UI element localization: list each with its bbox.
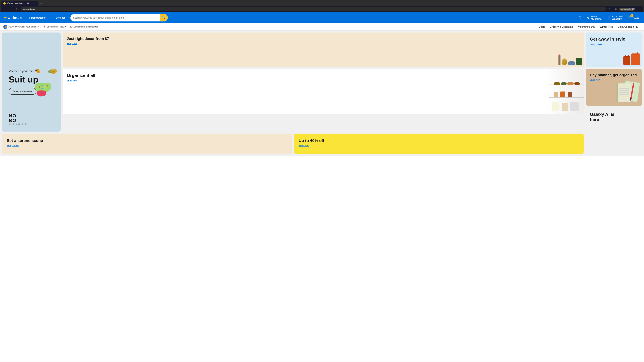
planner-shop-link[interactable]: Shop now: [590, 79, 638, 81]
shop-swimwear-button[interactable]: Shop swimwear: [9, 88, 36, 95]
center-banner-subtitle: Vacay on your mind?: [9, 69, 38, 73]
favorites-button[interactable]: ♡: [577, 15, 583, 20]
browser-tab-bar: Walmart has deals on the most... × +: [1, 1, 643, 6]
delivery-icon: 🚚: [3, 25, 8, 29]
galaxy-card: Galaxy AI is here: [586, 108, 642, 130]
notebook-visual: [614, 80, 640, 104]
right-column: Get away in style Shop travel Hey planne…: [586, 32, 642, 130]
center-banner-title: Suit up: [9, 74, 38, 84]
candle-icon: [558, 55, 560, 65]
bookmark-button[interactable]: ☆: [607, 7, 612, 11]
walmart-logo[interactable]: ✦ walmart: [3, 15, 23, 20]
svg-rect-11: [570, 102, 579, 111]
planner-title: Hey planner, get organized: [590, 73, 638, 77]
svg-rect-10: [562, 103, 568, 111]
winter-prep-link[interactable]: Winter Prep: [598, 23, 615, 30]
nobo-logo: NOBO NO BOUNDARIES: [9, 113, 28, 125]
tab-close-button[interactable]: ×: [34, 2, 36, 5]
main-content: Just right decor from $7 Shop now Organi…: [0, 30, 644, 156]
cart-button[interactable]: 🛒 0 $0.00: [626, 15, 641, 21]
store-name: Sacramento Supercenter: [74, 25, 98, 28]
nobo-sub-text: NO BOUNDARIES: [9, 123, 28, 125]
svg-rect-21: [617, 83, 631, 102]
address-bar[interactable]: [21, 7, 606, 11]
svg-point-4: [567, 82, 574, 85]
travel-shop-link[interactable]: Shop travel: [590, 43, 638, 45]
store-info[interactable]: 🏠 Sacramento Supercenter: [70, 25, 98, 28]
tab-favicon: [3, 2, 6, 4]
cold-flu-link[interactable]: Cold, Cough & Flu: [616, 23, 641, 30]
chevron-down-icon: ▾: [38, 26, 39, 28]
jar-icon: [576, 58, 582, 65]
sale-title: Up to 40% off: [299, 138, 579, 143]
organize-title: Organize it all: [67, 73, 580, 78]
sale-shop-link[interactable]: Shop now: [299, 144, 579, 147]
cart-price: $0.00: [634, 16, 639, 19]
decor-items-visual: [557, 53, 584, 67]
serene-title: Set a serene scene: [7, 138, 287, 143]
split-screen-button[interactable]: ⧉: [613, 7, 618, 11]
planner-card: Hey planner, get organized Shop now: [586, 69, 642, 106]
departments-nav[interactable]: ⊞ Departments: [26, 15, 47, 20]
vase-icon: [562, 58, 567, 65]
location-info[interactable]: 📍 Sacramento, 95829: [43, 25, 68, 28]
spark-icon: ✦: [3, 15, 6, 20]
walmart-header: ✦ walmart ⊞ Departments ⊙ Services 🔍 ♡ ↺…: [0, 12, 644, 23]
delivery-label: How do you want your items?: [8, 25, 37, 28]
forward-button[interactable]: →: [9, 7, 14, 11]
travel-card: Get away in style Shop travel: [586, 32, 642, 67]
tab-title: Walmart has deals on the most...: [7, 2, 32, 4]
cart-badge: 🛒 0: [628, 15, 632, 20]
suitcase-visual: [623, 53, 640, 65]
incognito-badge[interactable]: 🕵 Incognito (3): [619, 8, 635, 10]
svg-rect-1: [548, 97, 584, 98]
decor-title: Just right decor from $7: [67, 36, 580, 41]
search-input[interactable]: [70, 16, 160, 19]
store-icon: 🏠: [70, 25, 72, 28]
grocery-essentials-link[interactable]: Grocery & Essentials: [548, 23, 576, 30]
header-actions: ♡ ↺ Reorder My Items 👤 Hi, Lauren D Acco…: [577, 15, 641, 21]
travel-title: Get away in style: [590, 36, 638, 42]
new-tab-button[interactable]: +: [38, 1, 43, 6]
search-bar: 🔍: [70, 14, 168, 21]
reorder-icon: ↺: [587, 16, 590, 20]
services-icon: ⊙: [52, 16, 54, 19]
services-nav[interactable]: ⊙ Services: [51, 15, 67, 20]
active-tab[interactable]: Walmart has deals on the most... ×: [1, 1, 38, 6]
browser-menu-button[interactable]: ⋮: [636, 7, 641, 11]
browser-chrome: Walmart has deals on the most... × + ← →…: [0, 0, 644, 12]
svg-point-18: [46, 85, 48, 86]
left-column: Just right decor from $7 Shop now Organi…: [63, 32, 584, 130]
logo-text: walmart: [8, 15, 23, 20]
delivery-selector[interactable]: 🚚 How do you want your items? ▾: [3, 23, 41, 30]
bottom-row: Set a serene scene Shop home Up to 40% o…: [2, 134, 584, 154]
svg-point-17: [44, 86, 46, 88]
decor-card: Just right decor from $7 Shop now: [63, 32, 584, 67]
svg-point-12: [49, 70, 50, 71]
organize-shop-link[interactable]: Shop now: [67, 79, 580, 82]
small-suitcase-icon: [623, 56, 630, 65]
svg-rect-22: [616, 83, 618, 102]
decor-shop-link[interactable]: Shop now: [67, 42, 580, 45]
center-swimwear-banner: Vacay on your mind? Suit up Shop swimwea…: [2, 32, 61, 132]
svg-rect-6: [554, 92, 558, 97]
reorder-button[interactable]: ↺ Reorder My Items: [586, 15, 603, 21]
cart-count: 0: [630, 14, 634, 17]
svg-point-5: [574, 82, 580, 85]
back-button[interactable]: ←: [3, 7, 8, 11]
svg-point-2: [554, 82, 560, 85]
large-suitcase-icon: [631, 53, 640, 65]
refresh-button[interactable]: ↻: [15, 7, 20, 11]
search-button[interactable]: 🔍: [160, 14, 168, 21]
browser-toolbar: ← → ↻ ☆ ⧉ 🕵 Incognito (3) ⋮: [1, 6, 643, 12]
galaxy-title: Galaxy AI is: [590, 112, 638, 117]
deals-link[interactable]: Deals: [536, 23, 548, 30]
svg-point-15: [38, 86, 40, 88]
account-button[interactable]: 👤 Hi, Lauren D Account: [606, 15, 624, 21]
location-pin-icon: 📍: [43, 25, 46, 28]
serene-shop-link[interactable]: Shop home: [7, 144, 287, 147]
reorder-text: Reorder My Items: [591, 15, 602, 20]
services-label: Services: [56, 16, 66, 19]
valentines-link[interactable]: Valentine's Day: [576, 23, 598, 30]
location-text: Sacramento, 95829: [47, 25, 66, 28]
